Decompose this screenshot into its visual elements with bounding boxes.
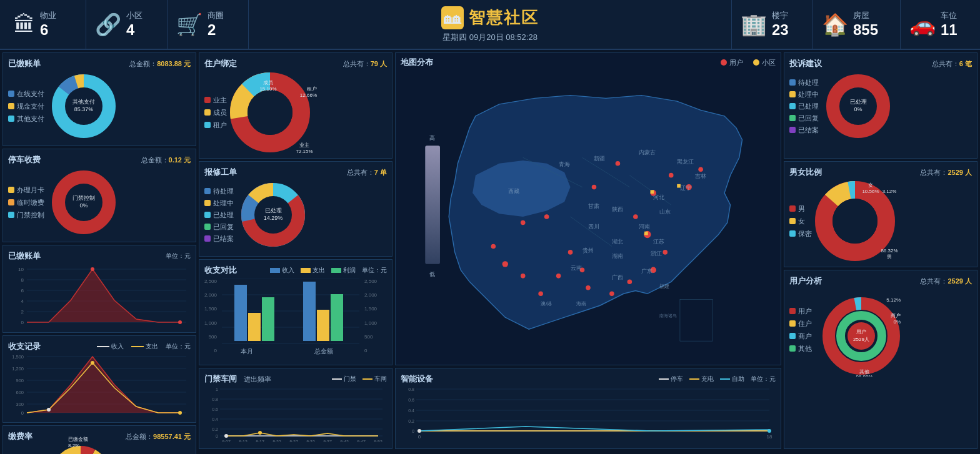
xiaoqu-label: 小区: [126, 10, 142, 21]
svg-text:四川: 四川: [588, 224, 599, 230]
svg-text:南海诸岛: 南海诸岛: [659, 313, 677, 318]
svg-point-119: [698, 167, 703, 172]
zhineng-chart: 0.8 0.6 0.4 0.2 0 0 18: [401, 386, 776, 439]
tousu-title: 投诉建议: [789, 58, 822, 69]
yijiao-chart-panel: 已缴账单 单位：元 10 8 6 4 2 0: [2, 245, 196, 333]
nannv-donut: 3.12% 女 10.56% 男 86.32%: [814, 180, 908, 262]
header-stat-chewei: 🚗 车位 11: [900, 0, 975, 49]
office-icon: 🏢: [741, 12, 767, 37]
svg-point-202: [848, 322, 875, 350]
svg-text:成员: 成员: [263, 80, 273, 86]
svg-text:广西: 广西: [612, 274, 623, 280]
zhineng-title: 智能设备: [401, 373, 433, 385]
china-map: 西藏 青海 新疆 内蒙古 黑龙江 吉林 辽宁 河北 山东 河南 江苏 浙江 湖北…: [396, 69, 781, 365]
menjin-panel: 门禁车闸 进出频率 门禁 车闸 1 0.8 0.6 0.4 0.2: [199, 368, 392, 449]
header-stat-wuye: 🏛 物业 6: [5, 0, 86, 49]
svg-text:10.56%: 10.56%: [862, 189, 879, 194]
svg-text:贵州: 贵州: [582, 247, 594, 254]
svg-point-134: [502, 261, 508, 267]
svg-text:辽宁: 辽宁: [680, 185, 691, 191]
svg-text:18: 18: [767, 434, 772, 439]
wuye-value: 6: [40, 21, 56, 39]
header-stat-shanquan: 🛒 商圈 2: [168, 0, 249, 49]
svg-rect-142: [644, 232, 648, 235]
fangwu-value: 855: [853, 21, 878, 39]
svg-text:600: 600: [16, 390, 24, 395]
svg-rect-87: [331, 294, 343, 341]
svg-text:甘肃: 甘肃: [588, 203, 599, 209]
baoxiu-title: 报修工单: [204, 167, 237, 178]
nannv-panel: 男女比例 总共有：2529 人 男 女 保密: [784, 161, 978, 267]
shanquan-label: 商圈: [208, 10, 224, 21]
svg-text:0%: 0%: [79, 202, 88, 209]
svg-text:陕西: 陕西: [612, 206, 623, 212]
yijiao-total: 总金额：8083.88 元: [129, 59, 191, 69]
svg-point-135: [491, 244, 496, 249]
svg-point-139: [616, 161, 621, 166]
house-icon: 🏠: [822, 12, 848, 37]
svg-point-23: [91, 267, 94, 271]
svg-text:0.8: 0.8: [212, 397, 218, 402]
yijiao-line-chart: 10 8 6 4 2 0 09-14 09-15 09-16 09-17 09-…: [8, 263, 189, 325]
yijiao-donut: 其他支付 85.37%: [49, 72, 118, 141]
svg-text:浙江: 浙江: [651, 250, 662, 257]
chewei-value: 11: [941, 21, 958, 39]
svg-text:0: 0: [21, 320, 24, 325]
svg-text:已处理: 已处理: [850, 99, 867, 105]
svg-text:72.15%: 72.15%: [296, 149, 312, 153]
svg-rect-86: [317, 310, 329, 341]
header-stat-fangwu: 🏠 房屋 855: [812, 0, 900, 49]
svg-text:6: 6: [21, 288, 24, 294]
svg-text:3.12%: 3.12%: [882, 189, 897, 194]
svg-text:广东: 广东: [641, 268, 652, 274]
svg-text:8:37: 8:37: [323, 440, 332, 442]
svg-text:10: 10: [18, 267, 24, 272]
shouxhi-panel: 收支记录 收入 支出 单位：元 1,500 1,200 900 600 300: [2, 335, 196, 423]
svg-text:2: 2: [21, 309, 24, 315]
svg-text:业主: 业主: [299, 142, 309, 148]
svg-text:4: 4: [21, 299, 24, 304]
svg-text:0.2: 0.2: [212, 427, 218, 432]
fangwu-label: 房屋: [853, 10, 878, 21]
svg-text:西藏: 西藏: [508, 188, 519, 194]
svg-text:0: 0: [412, 429, 414, 433]
header-stat-xiaoqu: 🔗 小区 4: [86, 0, 168, 49]
yijiao-legend: 在线支付 现金支付 其他支付: [8, 89, 44, 124]
svg-text:0: 0: [216, 434, 218, 438]
zhuzhu-title: 住户绑定: [204, 58, 237, 69]
yijiao-panel: 已缴账单 总金额：8083.88 元 在线支付 现金支付 其他支付: [2, 52, 196, 146]
svg-text:江苏: 江苏: [653, 239, 664, 245]
jiaofeilv-title: 缴费率: [8, 431, 32, 442]
svg-marker-22: [27, 269, 180, 322]
svg-text:男: 男: [887, 254, 892, 260]
svg-point-47: [178, 411, 182, 415]
svg-text:8:47: 8:47: [357, 440, 366, 442]
header-stat-louyu: 🏢 楼宇 23: [731, 0, 812, 49]
svg-text:已处理: 已处理: [265, 207, 282, 214]
svg-text:0.4: 0.4: [408, 408, 414, 413]
svg-point-24: [178, 320, 182, 324]
tousu-legend: 待处理 处理中 已处理 已回复 已结案: [789, 78, 819, 135]
svg-text:1: 1: [216, 387, 218, 392]
app-title: 🏘 智慧社区: [441, 6, 539, 29]
svg-text:0: 0: [418, 434, 421, 439]
menjin-chart: 1 0.8 0.6 0.4 0.2 0 8:07 8:12 8:17 8:22 …: [204, 386, 386, 442]
svg-point-46: [91, 361, 94, 365]
svg-text:1,500: 1,500: [12, 354, 24, 360]
tingche-donut: 门禁控制 0%: [49, 168, 118, 237]
svg-text:低: 低: [429, 270, 435, 277]
svg-point-193: [832, 199, 878, 244]
svg-text:0.6: 0.6: [408, 398, 414, 402]
svg-text:河南: 河南: [639, 224, 650, 230]
svg-text:8:52: 8:52: [374, 440, 382, 442]
svg-text:8: 8: [21, 277, 24, 283]
svg-rect-141: [651, 190, 654, 194]
svg-text:14.29%: 14.29%: [264, 215, 283, 221]
left-column: 已缴账单 总金额：8083.88 元 在线支付 现金支付 其他支付: [2, 52, 196, 449]
network-icon: 🔗: [95, 12, 121, 37]
shanquan-value: 2: [208, 21, 224, 39]
svg-text:黑龙江: 黑龙江: [677, 159, 694, 165]
community-icon: 🏘: [441, 6, 464, 29]
zhineng-panel: 智能设备 停车 充电 自助 单位：元 0.8 0.6 0.4 0.2 0: [395, 368, 781, 449]
yonghu-donut: 用户 2529人 5.12% 商户 0% 其他 96.88%: [814, 289, 908, 370]
